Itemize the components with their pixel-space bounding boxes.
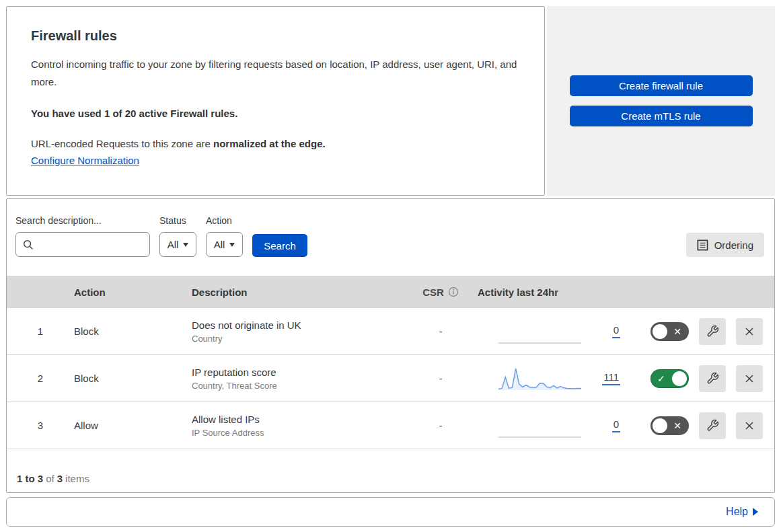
wrench-icon [706, 372, 719, 385]
firewall-rules-table: Action Description CSR Activity last 24h… [7, 276, 774, 494]
table-header-row: Action Description CSR Activity last 24h… [7, 276, 774, 308]
rule-priority: 2 [7, 373, 74, 384]
toggle-knob [672, 371, 687, 386]
delete-rule-button[interactable] [736, 318, 763, 345]
actions-panel: Create firewall rule Create mTLS rule [547, 6, 775, 196]
rule-action: Allow [74, 420, 192, 431]
page-title: Firewall rules [31, 28, 520, 44]
rule-enabled-toggle[interactable]: ✓ ✕ [650, 369, 689, 388]
edit-rule-button[interactable] [699, 318, 726, 345]
ordering-button[interactable]: Ordering [686, 233, 764, 257]
activity-column-header: Activity last 24hr [478, 287, 632, 298]
status-dropdown[interactable]: All [159, 232, 196, 257]
wrench-icon [706, 419, 719, 432]
rule-priority: 1 [7, 326, 74, 337]
rule-action: Block [74, 326, 192, 337]
chevron-down-icon [229, 243, 235, 247]
help-bar: Help [6, 497, 775, 527]
rule-action: Block [74, 373, 192, 384]
create-mtls-rule-button[interactable]: Create mTLS rule [570, 106, 753, 126]
edit-rule-button[interactable] [699, 412, 726, 439]
rule-priority: 3 [7, 420, 74, 431]
top-section: Firewall rules Control incoming traffic … [6, 6, 775, 196]
action-column-header: Action [74, 287, 192, 298]
page-description: Control incoming traffic to your zone by… [31, 56, 520, 90]
delete-rule-button[interactable] [736, 365, 763, 392]
activity-count-link[interactable]: 0 [612, 324, 620, 338]
delete-rule-button[interactable] [736, 412, 763, 439]
pagination-of: of [46, 473, 54, 484]
search-input[interactable] [39, 239, 144, 250]
pagination-total: 3 [57, 473, 63, 484]
usage-summary: You have used 1 of 20 active Firewall ru… [31, 108, 520, 119]
x-icon: ✕ [673, 420, 681, 430]
rule-enabled-toggle[interactable]: ✓ ✕ [650, 322, 689, 341]
toggle-knob [653, 324, 667, 339]
info-icon[interactable] [448, 287, 459, 297]
activity-count-link[interactable]: 0 [612, 418, 620, 432]
rule-fields: Country, Threat Score [192, 381, 404, 391]
activity-sparkline [498, 365, 582, 392]
toggle-knob [653, 418, 667, 433]
pagination-items: items [65, 473, 89, 484]
search-box[interactable] [15, 232, 150, 257]
ordering-button-label: Ordering [714, 239, 753, 251]
search-label: Search description... [15, 215, 150, 226]
normalization-note-bold: normalized at the edge. [213, 138, 326, 149]
activity-sparkline [498, 318, 582, 345]
rule-description: IP reputation score [192, 367, 404, 378]
create-firewall-rule-button[interactable]: Create firewall rule [570, 75, 753, 96]
arrow-right-icon [753, 508, 758, 516]
ordering-list-icon [697, 239, 708, 251]
status-label: Status [159, 215, 196, 226]
rule-fields: Country [192, 334, 404, 344]
wrench-icon [706, 325, 719, 338]
csr-column-header: CSR [404, 287, 478, 298]
search-icon [23, 239, 34, 250]
action-label: Action [206, 215, 243, 226]
activity-count-link[interactable]: 111 [602, 371, 620, 385]
rule-fields: IP Source Address [192, 428, 404, 438]
check-icon: ✓ [657, 373, 665, 383]
rule-csr-value: - [404, 420, 478, 431]
rule-description: Does not originate in UK [192, 319, 404, 331]
table-row: 3 Allow Allow listed IPs IP Source Addre… [7, 402, 774, 449]
action-dropdown-value: All [214, 239, 225, 250]
close-icon [743, 373, 755, 385]
pagination-summary: 1 to 3 of 3 items [7, 449, 774, 494]
firewall-intro-card: Firewall rules Control incoming traffic … [6, 6, 545, 196]
table-row: 1 Block Does not originate in UK Country… [7, 308, 774, 355]
filter-bar: Search description... Status All Action [7, 199, 774, 276]
rule-description: Allow listed IPs [192, 414, 404, 425]
table-row: 2 Block IP reputation score Country, Thr… [7, 355, 774, 402]
search-button[interactable]: Search [252, 234, 307, 257]
normalization-note-prefix: URL-encoded Requests to this zone are [31, 138, 213, 149]
description-column-header: Description [192, 287, 404, 298]
close-icon [743, 420, 755, 432]
rules-list-card: Search description... Status All Action [6, 198, 775, 493]
rule-enabled-toggle[interactable]: ✓ ✕ [650, 416, 689, 435]
action-dropdown[interactable]: All [206, 232, 243, 257]
normalization-note: URL-encoded Requests to this zone are no… [31, 138, 520, 149]
pagination-range: 1 to 3 [17, 473, 43, 484]
rule-csr-value: - [404, 373, 478, 384]
close-icon [743, 326, 755, 338]
chevron-down-icon [183, 243, 188, 247]
status-dropdown-value: All [168, 239, 179, 250]
x-icon: ✕ [673, 326, 681, 336]
edit-rule-button[interactable] [699, 365, 726, 392]
configure-normalization-link[interactable]: Configure Normalization [31, 155, 139, 166]
rule-csr-value: - [404, 326, 478, 337]
activity-sparkline [498, 412, 582, 439]
help-link[interactable]: Help [726, 506, 748, 518]
